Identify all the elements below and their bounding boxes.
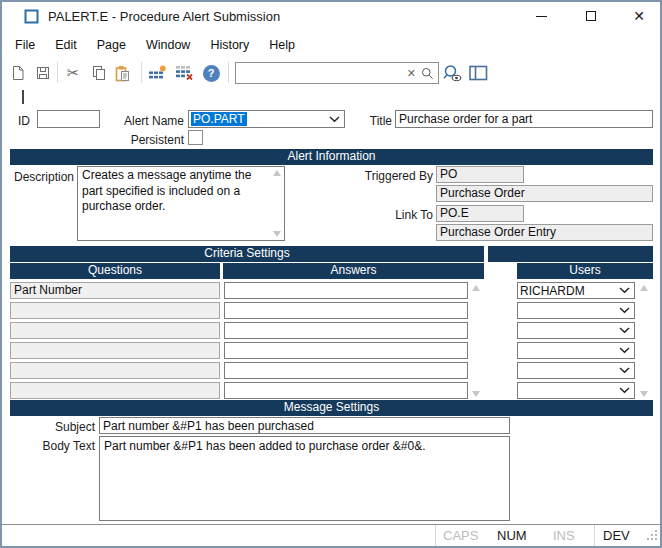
- save-button[interactable]: [31, 61, 55, 85]
- question-cell: [10, 382, 220, 399]
- description-textarea[interactable]: Creates a message anytime the part speci…: [77, 166, 285, 241]
- alert-information-header: Alert Information: [10, 149, 653, 165]
- chevron-down-icon: [619, 347, 630, 354]
- window-layout-icon: [469, 65, 488, 81]
- menu-edit[interactable]: Edit: [55, 38, 77, 52]
- alert-name-select[interactable]: PO.PART: [188, 110, 345, 128]
- copy-button[interactable]: [87, 61, 111, 85]
- answers-scroll-up-icon[interactable]: [472, 285, 480, 291]
- close-icon: ✕: [633, 9, 645, 23]
- criteria-settings-header: Criteria Settings: [10, 246, 484, 262]
- menu-history[interactable]: History: [210, 38, 249, 52]
- menu-file[interactable]: File: [15, 38, 35, 52]
- cut-button[interactable]: ✂: [61, 61, 85, 85]
- users-scroll-down-icon[interactable]: [640, 391, 648, 397]
- scroll-up-icon[interactable]: [273, 170, 281, 176]
- answer-input[interactable]: [224, 382, 468, 399]
- body-text-label: Body Text: [30, 439, 95, 453]
- description-label: Description: [10, 170, 74, 184]
- new-button[interactable]: [6, 61, 30, 85]
- user-lookup-icon: [442, 64, 463, 83]
- link-to-label: Link To: [342, 208, 433, 222]
- search-box: ✕: [235, 62, 439, 84]
- user-select[interactable]: [517, 382, 635, 399]
- message-settings-header: Message Settings: [10, 400, 653, 416]
- menu-bar: File Edit Page Window History Help: [2, 31, 660, 58]
- scroll-down-icon[interactable]: [273, 231, 281, 237]
- answer-input[interactable]: [224, 362, 468, 379]
- paste-button[interactable]: [110, 61, 134, 85]
- search-input[interactable]: [236, 66, 402, 80]
- user-select[interactable]: [517, 342, 635, 359]
- user-value: RICHARDM: [520, 284, 585, 298]
- link-to-name-field: Purchase Order Entry: [436, 224, 653, 241]
- minimize-icon: [536, 16, 547, 17]
- answer-input[interactable]: [224, 302, 468, 319]
- toolbar-separator: [57, 62, 58, 83]
- persistent-label: Persistent: [102, 133, 184, 147]
- dev-indicator: DEV: [603, 528, 630, 543]
- questions-column-header: Questions: [10, 263, 220, 279]
- answers-scroll-down-icon[interactable]: [472, 391, 480, 397]
- chevron-down-icon: [619, 287, 630, 294]
- user-select[interactable]: [517, 302, 635, 319]
- question-cell: [10, 302, 220, 319]
- resize-grip[interactable]: [646, 529, 659, 545]
- user-select[interactable]: [517, 362, 635, 379]
- triggered-by-name-field: Purchase Order: [436, 185, 653, 202]
- menu-help[interactable]: Help: [269, 38, 295, 52]
- paste-icon: [114, 65, 131, 82]
- body-text-textarea[interactable]: Part number &#P1 has been added to purch…: [99, 436, 510, 521]
- question-cell: Part Number: [10, 282, 220, 299]
- title-label: Title: [350, 114, 392, 128]
- subject-input[interactable]: [99, 417, 510, 434]
- answers-column-header: Answers: [223, 263, 484, 279]
- user-lookup-button[interactable]: [440, 61, 464, 85]
- caps-indicator: CAPS: [443, 528, 478, 543]
- help-button[interactable]: ?: [199, 61, 223, 85]
- maximize-icon: [586, 11, 596, 21]
- new-icon: [10, 65, 26, 81]
- link-to-code-field: PO.E: [436, 205, 524, 222]
- answer-input[interactable]: [224, 342, 468, 359]
- ins-indicator: INS: [553, 528, 575, 543]
- chevron-down-icon: [329, 116, 340, 123]
- title-input[interactable]: [395, 110, 653, 128]
- user-select[interactable]: RICHARDM: [517, 282, 635, 299]
- user-select[interactable]: [517, 322, 635, 339]
- search-clear-icon[interactable]: ✕: [402, 67, 421, 80]
- answer-input[interactable]: [224, 322, 468, 339]
- search-icon[interactable]: [421, 67, 434, 80]
- answer-input[interactable]: [224, 282, 468, 299]
- copy-icon: [91, 65, 107, 81]
- id-input[interactable]: [37, 110, 100, 128]
- num-indicator: NUM: [497, 528, 527, 543]
- alert-name-value: PO.PART: [191, 112, 247, 126]
- help-icon: ?: [203, 65, 220, 82]
- delete-row-button[interactable]: [172, 61, 196, 85]
- menu-window[interactable]: Window: [146, 38, 190, 52]
- question-cell: [10, 362, 220, 379]
- chevron-down-icon: [619, 387, 630, 394]
- chevron-down-icon: [619, 327, 630, 334]
- subject-label: Subject: [40, 420, 95, 434]
- description-scrollbar[interactable]: [270, 168, 283, 239]
- menu-page[interactable]: Page: [97, 38, 126, 52]
- delete-row-icon: [175, 65, 194, 81]
- insert-row-button[interactable]: [145, 61, 169, 85]
- users-column-header: Users: [517, 263, 653, 279]
- close-button[interactable]: ✕: [622, 2, 656, 30]
- window-layout-button[interactable]: [466, 61, 490, 85]
- users-top-bar: [488, 246, 653, 262]
- save-icon: [35, 65, 51, 81]
- users-scroll-up-icon[interactable]: [640, 285, 648, 291]
- status-bar: CAPS NUM INS DEV: [2, 524, 660, 546]
- cut-icon: ✂: [67, 64, 80, 82]
- maximize-button[interactable]: [574, 2, 608, 30]
- window-icon: [24, 9, 39, 24]
- minimize-button[interactable]: [524, 2, 558, 30]
- insert-row-icon: [148, 65, 167, 81]
- persistent-checkbox[interactable]: [188, 130, 203, 145]
- toolbar-separator: [228, 62, 229, 83]
- toolbar-separator: [141, 62, 142, 83]
